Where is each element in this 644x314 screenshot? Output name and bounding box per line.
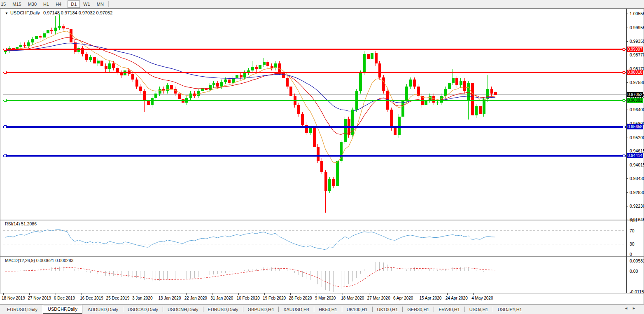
price-tick-label: 0.93430 xyxy=(630,176,644,181)
date-tick xyxy=(238,293,239,295)
price-tick-label: 0.92830 xyxy=(630,190,644,195)
chart-tab-fra40-h1[interactable]: FRA40,H1 xyxy=(434,305,464,314)
date-axis[interactable]: 18 Nov 201927 Nov 20196 Dec 201916 Dec 2… xyxy=(0,293,626,304)
date-label: 16 Dec 2019 xyxy=(80,296,103,300)
timeframe-button-mn[interactable]: MN xyxy=(93,0,107,8)
chart-tab-usoil-h1[interactable]: USOil,H1 xyxy=(465,305,493,314)
chart-ohlc-values: 0.97148 0.97184 0.97032 0.97052 xyxy=(43,10,112,15)
line-handle[interactable] xyxy=(4,48,6,51)
date-label: 6 Apr 2020 xyxy=(393,296,413,300)
price-tick xyxy=(626,28,628,28)
date-tick xyxy=(29,293,30,295)
pane-splitter[interactable] xyxy=(0,256,644,257)
date-label: 3 Jan 2020 xyxy=(132,296,153,300)
chart-symbol-label: USDCHF,Daily xyxy=(10,10,40,15)
rsi-label: RSI(14) 51.2086 xyxy=(5,221,37,226)
date-label: 24 Apr 2020 xyxy=(446,296,468,300)
collapse-arrow-icon[interactable]: ▼ xyxy=(5,12,8,15)
rsi-line xyxy=(5,230,495,250)
date-tick xyxy=(447,293,448,295)
price-tick xyxy=(626,69,628,69)
chart-tab-uk100-h1[interactable]: UK100,H1 xyxy=(342,305,372,314)
line-handle[interactable] xyxy=(4,155,6,157)
timeframe-button-15[interactable]: 15 xyxy=(0,0,9,8)
chart-tab-eurusd-daily[interactable]: EURUSD,Daily xyxy=(2,305,42,314)
date-tick xyxy=(421,293,421,295)
line-handle[interactable] xyxy=(4,126,6,128)
date-label: 18 Mar 2020 xyxy=(341,296,364,300)
price-tick-label: 0.96400 xyxy=(630,107,644,112)
date-tick xyxy=(395,293,395,295)
date-tick xyxy=(186,293,187,295)
chart-tab-usdcnh-daily[interactable]: USDCNH,Daily xyxy=(163,305,203,314)
chart-tab-gbpusd-h4[interactable]: GBPUSD,H4 xyxy=(243,305,279,314)
chart-tab-xauusd-h4[interactable]: XAUUSD,H4 xyxy=(279,305,314,314)
chart-tab-usdjpy-h1[interactable]: USDJPY,H1 xyxy=(493,305,527,314)
price-tick-label: 0.94015 xyxy=(630,162,644,167)
price-axis[interactable]: 1.005550.999550.993550.987700.981700.975… xyxy=(626,9,644,293)
price-tick-label: 1.00555 xyxy=(630,11,644,16)
chart-tab-ger30-h1[interactable]: GER30,H1 xyxy=(403,305,434,314)
price-tick xyxy=(626,151,628,151)
chart-title: ▼USDCHF,Daily0.97148 0.97184 0.97032 0.9… xyxy=(5,10,112,15)
timeframe-button-h1[interactable]: H1 xyxy=(40,0,52,8)
price-tick-label: 0.91645 xyxy=(630,217,644,222)
price-tick xyxy=(626,41,628,42)
date-label: 19 Feb 2020 xyxy=(263,296,286,300)
chart-tab-uk100-h1[interactable]: UK100,H1 xyxy=(373,305,403,314)
date-tick xyxy=(317,293,317,295)
price-tick xyxy=(626,55,628,55)
metatrader-window: 15M15M30H1H4D1W1MN ▼USDCHF,Daily0.97148 … xyxy=(0,0,644,314)
price-tick xyxy=(626,192,628,193)
price-tick xyxy=(626,220,628,220)
date-label: 27 Mar 2020 xyxy=(367,296,390,300)
price-tick-label: 0.95200 xyxy=(630,135,644,140)
rsi-indicator-canvas[interactable] xyxy=(3,220,626,255)
date-tick xyxy=(82,293,82,295)
scroll-left-icon[interactable]: ◄ xyxy=(624,306,632,310)
date-label: 9 Mar 2020 xyxy=(315,296,336,300)
line-handle[interactable] xyxy=(4,99,6,102)
date-label: 28 Feb 2020 xyxy=(289,296,312,300)
date-label: 15 Apr 2020 xyxy=(419,296,441,300)
price-tick-label: 0.98770 xyxy=(630,52,644,57)
chart-tab-audusd-daily[interactable]: AUDUSD,Daily xyxy=(83,305,123,314)
date-label: 4 May 2020 xyxy=(471,296,493,300)
macd-indicator-canvas[interactable] xyxy=(3,257,626,293)
macd-label: MACD(12,26,9) 0.000621 0.000283 xyxy=(5,258,73,263)
price-tick-label: 0.99955 xyxy=(630,25,644,30)
date-tick xyxy=(290,293,291,295)
chart-tab-usdcad-daily[interactable]: USDCAD,Daily xyxy=(123,305,163,314)
date-label: 6 Dec 2019 xyxy=(54,296,75,300)
price-badge-0.96803: 0.96803 xyxy=(627,98,643,103)
chart-tabs-bar: EURUSD,DailyUSDCHF,DailyAUDUSD,DailyUSDC… xyxy=(0,304,644,314)
date-tick xyxy=(160,293,160,295)
price-chart-canvas[interactable] xyxy=(3,9,626,220)
timeframe-button-w1[interactable]: W1 xyxy=(80,0,93,8)
date-label: 25 Dec 2019 xyxy=(106,296,130,300)
date-tick xyxy=(264,293,265,295)
price-tick-label: 0.92230 xyxy=(630,204,644,209)
price-tick-label: 0.97585 xyxy=(630,80,644,85)
line-handle[interactable] xyxy=(4,71,6,74)
price-badge-0.98010: 0.98010 xyxy=(627,70,643,75)
price-tick xyxy=(626,178,628,179)
date-label: 10 Feb 2020 xyxy=(237,296,260,300)
date-label: 13 Jan 2020 xyxy=(158,296,181,300)
chart-tab-hk50-h1[interactable]: HK50,H1 xyxy=(314,305,342,314)
date-tick xyxy=(212,293,212,295)
date-tick xyxy=(134,293,134,295)
price-tick xyxy=(626,82,628,83)
price-tick xyxy=(626,165,628,165)
scroll-right-icon[interactable]: ► xyxy=(632,306,640,310)
timeframe-button-m30[interactable]: M30 xyxy=(25,0,40,8)
timeframe-button-m15[interactable]: M15 xyxy=(9,0,24,8)
chart-tab-eurusd-daily[interactable]: EURUSD,Daily xyxy=(203,305,243,314)
date-tick xyxy=(473,293,474,295)
chart-tab-usdchf-daily[interactable]: USDCHF,Daily xyxy=(43,305,82,314)
timeframe-button-h4[interactable]: H4 xyxy=(52,0,65,8)
timeframe-button-d1[interactable]: D1 xyxy=(68,0,80,8)
price-tick xyxy=(626,14,628,14)
price-tick xyxy=(626,110,628,110)
timeframe-toolbar: 15M15M30H1H4D1W1MN xyxy=(0,0,644,8)
